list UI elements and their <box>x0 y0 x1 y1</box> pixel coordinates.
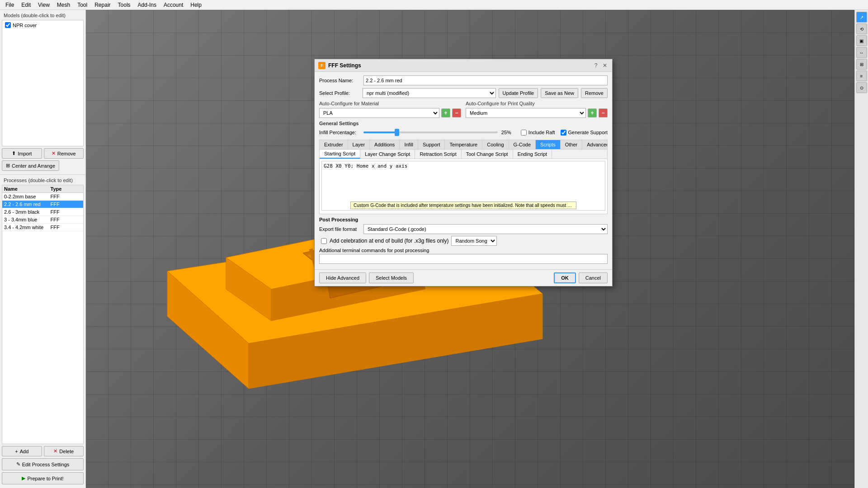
dialog-overlay: F FFF Settings ? ✕ Process Name: Select … <box>0 0 868 488</box>
material-config-label: Auto-Configure for Material <box>319 101 461 106</box>
song-select[interactable]: Random Song <box>451 236 497 246</box>
export-format-row: Export file format Standard G-Code (.gco… <box>319 224 608 234</box>
tab-scripts[interactable]: Scripts <box>536 140 561 149</box>
save-as-new-button[interactable]: Save as New <box>541 88 578 98</box>
select-models-button[interactable]: Select Models <box>369 272 414 283</box>
tab-extruder[interactable]: Extruder <box>320 140 348 149</box>
subtab-starting-script[interactable]: Starting Script <box>320 150 360 159</box>
subtab-tool-change-script[interactable]: Tool Change Script <box>462 150 513 159</box>
dialog-controls: ? ✕ <box>592 62 609 69</box>
export-format-label: Export file format <box>319 226 360 232</box>
generate-support-label: Generate Support <box>568 130 608 135</box>
select-profile-label: Select Profile: <box>319 90 360 96</box>
script-tooltip: Custom G-Code that is included after tem… <box>350 202 576 209</box>
general-settings-label: General Settings <box>319 121 608 126</box>
infill-row: Infill Percentage: 25% Include Raft <box>319 128 608 137</box>
post-processing-title: Post Processing <box>319 217 608 222</box>
dialog-body: Process Name: Select Profile: npr multi … <box>315 72 612 269</box>
tab-temperature[interactable]: Temperature <box>445 140 482 149</box>
include-raft-checkbox[interactable] <box>521 130 527 136</box>
slider-track <box>363 131 498 133</box>
infill-slider[interactable] <box>363 128 498 137</box>
quality-group: Auto-Configure for Print Quality Medium … <box>466 101 608 118</box>
dialog-title-left: F FFF Settings <box>318 62 361 69</box>
footer-left-buttons: Hide Advanced Select Models <box>319 272 414 283</box>
tab-additions[interactable]: Additions <box>370 140 400 149</box>
select-profile-row: Select Profile: npr multi (modified) Upd… <box>319 88 608 98</box>
material-select[interactable]: PLA <box>319 108 439 118</box>
post-processing-section: Post Processing Export file format Stand… <box>319 217 608 264</box>
terminal-commands-row: Additional terminal commands for post pr… <box>319 248 608 264</box>
tab-other[interactable]: Other <box>561 140 583 149</box>
remove-quality-button[interactable]: − <box>599 108 608 117</box>
slider-thumb[interactable] <box>395 129 399 136</box>
infill-label: Infill Percentage: <box>319 130 360 135</box>
add-quality-button[interactable]: + <box>588 108 597 117</box>
export-format-select[interactable]: Standard G-Code (.gcode) Simplify3D (.fa… <box>363 224 608 234</box>
celebration-checkbox[interactable] <box>321 238 327 244</box>
add-material-button[interactable]: + <box>441 108 450 117</box>
tabs-header: Extruder Layer Additions Infill Support … <box>320 140 607 150</box>
slider-fill <box>363 131 397 133</box>
include-raft-row: Include Raft <box>521 130 555 136</box>
dialog-titlebar: F FFF Settings ? ✕ <box>315 59 612 72</box>
subtab-layer-change-script[interactable]: Layer Change Script <box>360 150 415 159</box>
tab-layer[interactable]: Layer <box>348 140 370 149</box>
dialog-help-button[interactable]: ? <box>592 62 599 69</box>
dialog-title: FFF Settings <box>328 62 361 69</box>
quality-row: Medium + − <box>466 108 608 118</box>
generate-support-checkbox[interactable] <box>561 130 566 136</box>
update-profile-button[interactable]: Update Profile <box>499 88 538 98</box>
terminal-input[interactable] <box>319 254 608 264</box>
terminal-commands-label: Additional terminal commands for post pr… <box>319 248 608 253</box>
footer-right-buttons: OK Cancel <box>554 272 608 283</box>
scripts-subtabs: Starting Script Layer Change Script Retr… <box>320 150 607 159</box>
cancel-button[interactable]: Cancel <box>579 272 608 283</box>
subtab-ending-script[interactable]: Ending Script <box>513 150 552 159</box>
infill-value: 25% <box>501 130 517 135</box>
material-row: PLA + − <box>319 108 461 118</box>
infill-options: Include Raft Generate Support <box>521 130 608 136</box>
celebration-row: Add celebration at end of build (for .x3… <box>319 236 608 246</box>
process-name-input[interactable] <box>363 75 608 85</box>
subtab-retraction-script[interactable]: Retraction Script <box>415 150 461 159</box>
dialog-close-button[interactable]: ✕ <box>601 62 609 69</box>
remove-profile-button[interactable]: Remove <box>581 88 608 98</box>
profile-select[interactable]: npr multi (modified) <box>363 88 496 98</box>
tab-gcode[interactable]: G-Code <box>509 140 536 149</box>
material-group: Auto-Configure for Material PLA + − <box>319 101 461 118</box>
script-area-container: G28 X0 Y0; Home x and y axis Custom G-Co… <box>320 159 607 214</box>
celebration-label: Add celebration at end of build (for .x3… <box>330 238 448 244</box>
tab-infill[interactable]: Infill <box>400 140 418 149</box>
fff-settings-dialog: F FFF Settings ? ✕ Process Name: Select … <box>314 59 613 286</box>
remove-material-button[interactable]: − <box>452 108 461 117</box>
quality-select[interactable]: Medium <box>466 108 586 118</box>
tab-cooling[interactable]: Cooling <box>482 140 509 149</box>
process-name-row: Process Name: <box>319 75 608 85</box>
ok-button[interactable]: OK <box>554 272 576 283</box>
tab-advanced[interactable]: Advanced <box>582 140 607 149</box>
hide-advanced-button[interactable]: Hide Advanced <box>319 272 366 283</box>
process-name-label: Process Name: <box>319 78 360 83</box>
include-raft-label: Include Raft <box>528 130 555 135</box>
generate-support-row: Generate Support <box>561 130 608 136</box>
tab-support[interactable]: Support <box>418 140 445 149</box>
quality-config-label: Auto-Configure for Print Quality <box>466 101 608 106</box>
settings-tabs: Extruder Layer Additions Infill Support … <box>319 140 608 214</box>
dialog-footer: Hide Advanced Select Models OK Cancel <box>315 269 612 286</box>
auto-configure-section: Auto-Configure for Material PLA + − Auto… <box>319 101 608 118</box>
dialog-icon: F <box>318 62 326 69</box>
